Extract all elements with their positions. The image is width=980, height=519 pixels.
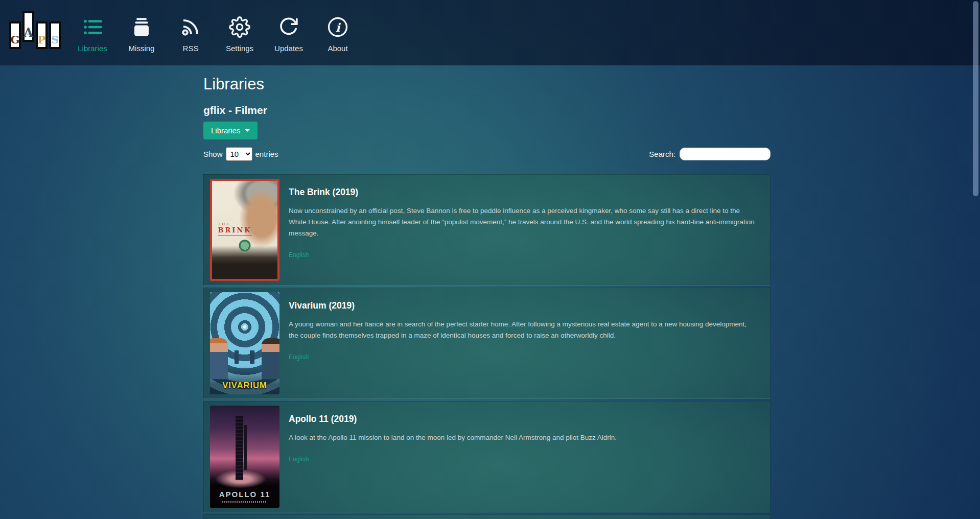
movie-description: A look at the Apollo 11 mission to land … <box>289 432 758 443</box>
poster-text: THE BRINK <box>218 222 252 235</box>
movie-title: Vivarium (2019) <box>289 300 758 311</box>
nav-item-libraries[interactable]: Libraries <box>68 10 117 53</box>
nav-label: About <box>328 44 347 53</box>
movie-poster-vivarium: VIVARIUM <box>210 292 279 394</box>
nav-item-settings[interactable]: Settings <box>215 10 264 53</box>
refresh-icon <box>278 12 299 42</box>
nav-item-about[interactable]: i About <box>313 10 362 53</box>
main-content: Libraries gflix - Filmer Libraries Show … <box>203 74 771 519</box>
movie-description: Now unconstrained by an official post, S… <box>289 205 758 239</box>
movie-poster-apollo-11: APOLLO 11 <box>210 406 279 508</box>
movie-poster-the-brink: THE BRINK <box>210 179 279 281</box>
movie-language-badge: English <box>289 251 758 258</box>
nav-items: Libraries Missing RSS <box>68 10 362 53</box>
movie-list: THE BRINK The Brink (2019) Now unconstra… <box>203 174 771 519</box>
gear-icon <box>229 12 250 42</box>
logo-letter-a: A <box>22 11 34 42</box>
list-icon <box>82 12 103 42</box>
logo-letter-g: G <box>9 21 21 49</box>
search-input[interactable] <box>680 148 771 160</box>
libraries-dropdown-label: Libraries <box>211 126 241 135</box>
nav-label: RSS <box>183 44 199 53</box>
poster-text: APOLLO 11 <box>210 490 279 499</box>
rss-icon <box>180 12 201 42</box>
movie-row-vivarium: VIVARIUM Vivarium (2019) A young woman a… <box>203 288 771 399</box>
poster-launch-tower <box>236 416 243 480</box>
search-label: Search: <box>649 150 675 158</box>
movie-description: A young woman and her fiancé are in sear… <box>289 319 758 341</box>
vertical-scrollbar-thumb[interactable] <box>973 1 978 196</box>
gaps-logo[interactable]: G A P S <box>9 9 61 49</box>
movie-info: Apollo 11 (2019) A look at the Apollo 11… <box>289 406 758 508</box>
page-title: Libraries <box>203 74 771 95</box>
nav-item-missing[interactable]: Missing <box>117 10 166 53</box>
movie-title: The Brink (2019) <box>289 187 758 198</box>
search-group: Search: <box>649 148 771 160</box>
nav-label: Settings <box>226 44 253 53</box>
library-subtitle: gflix - Filmer <box>203 104 771 117</box>
entries-label: entries <box>255 150 278 158</box>
movie-row-the-brink: THE BRINK The Brink (2019) Now unconstra… <box>203 174 771 286</box>
nav-label: Missing <box>129 44 155 53</box>
table-controls: Show 10 entries Search: <box>203 147 771 161</box>
poster-figure-left <box>210 338 228 379</box>
nav-label: Libraries <box>78 44 107 53</box>
movie-language-badge: English <box>289 353 758 361</box>
nav-item-updates[interactable]: Updates <box>264 10 313 53</box>
svg-text:i: i <box>336 21 341 34</box>
movie-language-badge: English <box>289 456 758 463</box>
movie-info: The Brink (2019) Now unconstrained by an… <box>289 179 758 281</box>
poster-figures-middle <box>228 350 261 364</box>
poster-figure-right <box>262 338 279 379</box>
poster-text: VIVARIUM <box>210 381 279 390</box>
libraries-dropdown-button[interactable]: Libraries <box>203 122 258 139</box>
chevron-down-icon <box>245 129 250 132</box>
navbar: G A P S Libraries <box>0 0 980 65</box>
info-icon: i <box>327 12 348 42</box>
box-icon <box>131 12 152 42</box>
logo-letter-s: S <box>49 21 61 49</box>
movie-info: Vivarium (2019) A young woman and her fi… <box>289 292 758 394</box>
movie-title: Apollo 11 (2019) <box>289 414 758 424</box>
nav-label: Updates <box>274 44 303 53</box>
show-entries-group: Show 10 entries <box>203 147 278 161</box>
show-label: Show <box>203 150 223 158</box>
movie-row-apollo-11: APOLLO 11 Apollo 11 (2019) A look at the… <box>203 401 771 512</box>
poster-tagline <box>222 501 267 503</box>
logo-letter-p: P <box>36 21 48 49</box>
nav-item-rss[interactable]: RSS <box>166 10 215 53</box>
movie-row-partial <box>203 514 771 519</box>
page-size-select[interactable]: 10 <box>226 147 252 161</box>
